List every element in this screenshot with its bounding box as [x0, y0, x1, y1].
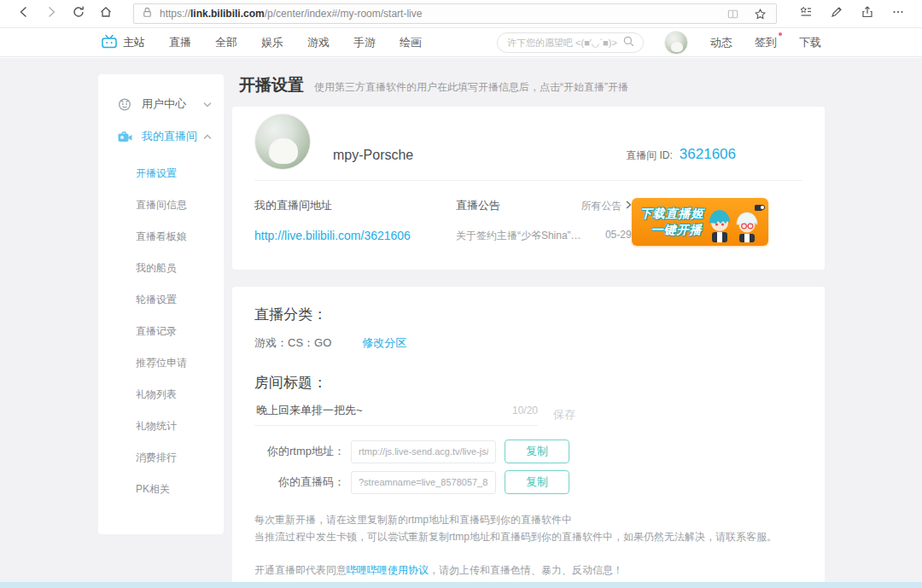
- share-icon: [861, 5, 874, 22]
- sidebar-menu-item[interactable]: 直播间信息: [98, 189, 224, 221]
- nav-item[interactable]: 直播: [169, 35, 191, 50]
- usage-tips: 每次重新开播，请在这里复制新的rtmp地址和直播码到你的直播软件中 当推流过程中…: [254, 511, 802, 546]
- nav-link-download[interactable]: 下载: [799, 35, 821, 50]
- stream-code-input[interactable]: [351, 471, 496, 494]
- nav-item[interactable]: 绘画: [400, 35, 422, 50]
- live-camera-icon: [117, 129, 134, 144]
- notice-item[interactable]: 关于签约主播“少爷Shina”违... 05-29: [456, 229, 632, 243]
- more-icon: [891, 5, 905, 22]
- address-bar[interactable]: https://link.bilibili.com/p/center/index…: [133, 3, 777, 24]
- chevron-down-icon: [203, 102, 212, 108]
- web-note-button[interactable]: [823, 2, 850, 26]
- url-text: https://link.bilibili.com/p/center/index…: [160, 8, 716, 20]
- sidebar-menu-item[interactable]: 礼物统计: [98, 410, 224, 442]
- favorites-hub-icon: [799, 5, 813, 22]
- chevron-right-icon: [626, 200, 632, 212]
- category-section-title: 直播分类：: [254, 305, 802, 324]
- nav-link-signin[interactable]: 签到: [755, 35, 777, 50]
- browser-toolbar: https://link.bilibili.com/p/center/index…: [0, 0, 922, 28]
- user-center-icon: [117, 96, 134, 112]
- bottom-strip: [0, 582, 922, 588]
- user-avatar[interactable]: [664, 31, 688, 55]
- reading-view-button[interactable]: [723, 2, 742, 26]
- agreement-link[interactable]: 哔哩哔哩使用协议: [347, 564, 429, 576]
- search-input[interactable]: [505, 37, 622, 49]
- sidebar-menu-item[interactable]: 轮播设置: [98, 284, 224, 316]
- rtmp-address-input[interactable]: [351, 440, 496, 463]
- sidebar-menu-item[interactable]: 开播设置: [98, 158, 224, 189]
- favorites-hub-button[interactable]: [792, 2, 820, 26]
- nav-list: 直播全部娱乐游戏手游绘画: [169, 35, 446, 50]
- search-box: [497, 32, 644, 53]
- refresh-button[interactable]: [65, 2, 92, 26]
- stream-code-label: 你的直播码：: [254, 474, 345, 490]
- copy-stream-code-button[interactable]: 复制: [505, 470, 569, 494]
- sidebar-group-my-room[interactable]: 我的直播间: [98, 120, 224, 153]
- page-subtitle: 使用第三方直播软件的用户在此填写开播信息后，点击“开始直播”开播: [314, 80, 628, 95]
- sidebar-menu-item[interactable]: 消费排行: [98, 442, 224, 474]
- nav-link-dynamic[interactable]: 动态: [710, 35, 732, 50]
- room-info-card: mpy-Porsche 直播间 ID: 3621606 我的直播间地址 http…: [232, 107, 825, 270]
- chevron-up-icon: [203, 134, 212, 140]
- rtmp-address-label: 你的rtmp地址：: [254, 444, 345, 459]
- room-title-field: 10/20: [254, 403, 538, 426]
- nav-item[interactable]: 娱乐: [261, 35, 283, 50]
- sidebar-menu-item[interactable]: 推荐位申请: [98, 347, 224, 379]
- home-icon: [99, 5, 113, 22]
- main-panel: 开播设置 使用第三方直播软件的用户在此填写开播信息后，点击“开始直播”开播 mp…: [232, 74, 825, 588]
- streamer-name: mpy-Porsche: [333, 148, 413, 170]
- copy-rtmp-button[interactable]: 复制: [505, 440, 569, 463]
- nav-item[interactable]: 全部: [215, 35, 237, 50]
- bilibili-tv-icon: [101, 34, 118, 51]
- banner-text: 下载直播姬 一键开播: [640, 206, 704, 238]
- category-value: 游戏：CS：GO: [254, 335, 331, 351]
- room-title-input[interactable]: [254, 403, 505, 417]
- notice-title: 关于签约主播“少爷Shina”违...: [456, 229, 582, 243]
- sidebar-menu: 开播设置直播间信息直播看板娘我的船员轮播设置直播记录推荐位申请礼物列表礼物统计消…: [98, 158, 224, 505]
- sidebar-menu-item[interactable]: 直播看板娘: [98, 221, 224, 253]
- notice-date: 05-29: [605, 229, 632, 243]
- back-icon: [17, 5, 31, 22]
- room-address-link[interactable]: http://live.bilibili.com/3621606: [254, 229, 456, 242]
- edit-category-link[interactable]: 修改分区: [362, 335, 406, 351]
- back-button[interactable]: [10, 2, 38, 26]
- room-id-label: 直播间 ID:: [626, 148, 673, 163]
- nav-item-main-site[interactable]: 主站: [101, 34, 145, 51]
- forward-icon: [44, 5, 58, 22]
- nav-item[interactable]: 手游: [353, 35, 376, 50]
- streamer-avatar[interactable]: [254, 114, 311, 170]
- stream-settings-card: 直播分类： 游戏：CS：GO 修改分区 房间标题： 10/20 保存 你的rtm…: [232, 287, 825, 588]
- site-navbar: 主站 直播全部娱乐游戏手游绘画 动态 签到 下载: [0, 28, 922, 57]
- sidebar-menu-item[interactable]: 直播记录: [98, 316, 224, 347]
- room-address-label: 我的直播间地址: [254, 198, 456, 213]
- sidebar-group-label: 我的直播间: [142, 129, 197, 144]
- home-button[interactable]: [92, 2, 120, 26]
- char-counter: 10/20: [512, 405, 538, 416]
- lock-icon: [141, 6, 154, 21]
- save-button[interactable]: 保存: [553, 407, 575, 422]
- page-content: 用户中心 我的直播间 开播设置直播间信息直播看板娘我的船员轮播设置直播记录推荐位…: [0, 58, 922, 588]
- sidebar-group-user-center[interactable]: 用户中心: [98, 88, 224, 120]
- pen-icon: [830, 5, 843, 22]
- more-menu-button[interactable]: [884, 2, 912, 26]
- room-title-section-title: 房间标题：: [254, 373, 802, 393]
- sidebar-group-label: 用户中心: [142, 96, 186, 112]
- refresh-icon: [72, 5, 85, 22]
- sidebar-menu-item[interactable]: PK相关: [98, 474, 224, 505]
- notification-dot: [779, 32, 782, 36]
- share-button[interactable]: [854, 2, 881, 26]
- download-livehime-banner[interactable]: 下载直播姬 一键开播: [632, 198, 768, 246]
- search-icon[interactable]: [622, 35, 635, 50]
- nav-item[interactable]: 游戏: [307, 35, 330, 50]
- sidebar-menu-item[interactable]: 我的船员: [98, 253, 224, 284]
- sidebar: 用户中心 我的直播间 开播设置直播间信息直播看板娘我的船员轮播设置直播记录推荐位…: [98, 74, 224, 534]
- notice-label: 直播公告: [456, 198, 500, 213]
- room-id: 直播间 ID: 3621606: [626, 146, 736, 170]
- forward-button[interactable]: [38, 2, 65, 26]
- banner-mascots-illustration: [698, 198, 767, 246]
- agreement-note: 开通直播即代表同意哔哩哔哩使用协议，请勿上传和直播色情、暴力、反动信息！: [254, 563, 802, 578]
- favorite-star-button[interactable]: [750, 2, 769, 26]
- room-id-value: 3621606: [680, 146, 736, 163]
- all-notices-link[interactable]: 所有公告: [581, 199, 632, 213]
- sidebar-menu-item[interactable]: 礼物列表: [98, 379, 224, 410]
